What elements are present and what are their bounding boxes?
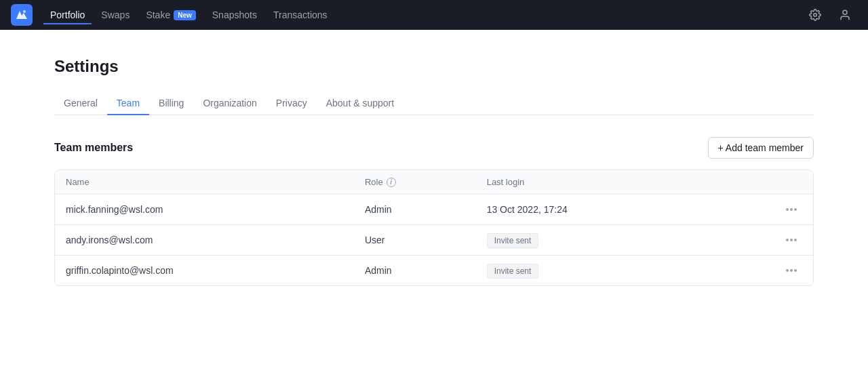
table-header: Name Role i Last login xyxy=(55,170,813,195)
add-team-member-button[interactable]: + Add team member xyxy=(708,137,814,159)
nav-item-snapshots[interactable]: Snapshots xyxy=(205,5,264,24)
tab-billing[interactable]: Billing xyxy=(149,92,193,115)
table-row: griffin.colapinto@wsl.comAdminInvite sen… xyxy=(55,256,813,286)
member-actions xyxy=(713,256,813,286)
table-row: andy.irons@wsl.comUserInvite sent xyxy=(55,225,813,256)
col-header-role: Role i xyxy=(354,170,476,195)
member-role: Admin xyxy=(354,256,476,286)
member-role: User xyxy=(354,225,476,256)
member-name: andy.irons@wsl.com xyxy=(55,225,354,256)
member-last-login: Invite sent xyxy=(476,225,713,256)
invite-sent-badge: Invite sent xyxy=(487,233,539,248)
tab-about[interactable]: About & support xyxy=(317,92,403,115)
navbar-right xyxy=(803,3,857,27)
member-role: Admin xyxy=(354,195,476,225)
svg-rect-0 xyxy=(11,4,33,26)
team-title: Team members xyxy=(54,142,133,154)
settings-tabs: General Team Billing Organization Privac… xyxy=(54,92,814,115)
main-content: Settings General Team Billing Organizati… xyxy=(0,30,868,383)
app-logo[interactable] xyxy=(11,4,33,26)
invite-sent-badge: Invite sent xyxy=(487,264,539,279)
role-info-icon[interactable]: i xyxy=(387,178,396,187)
tab-privacy[interactable]: Privacy xyxy=(267,92,317,115)
member-last-login: 13 Oct 2022, 17:24 xyxy=(476,195,713,225)
col-header-name: Name xyxy=(55,170,354,195)
page-title: Settings xyxy=(54,57,814,76)
tab-organization[interactable]: Organization xyxy=(193,92,266,115)
nav-item-transactions[interactable]: Transactions xyxy=(267,5,334,24)
tab-general[interactable]: General xyxy=(54,92,107,115)
tab-team[interactable]: Team xyxy=(107,92,149,115)
settings-icon-btn[interactable] xyxy=(803,3,827,27)
svg-point-2 xyxy=(814,14,817,17)
more-options-button[interactable] xyxy=(781,205,802,214)
nav-item-stake[interactable]: Stake New xyxy=(139,5,202,24)
svg-point-3 xyxy=(843,10,847,14)
table-row: mick.fanning@wsl.comAdmin13 Oct 2022, 17… xyxy=(55,195,813,225)
member-name: mick.fanning@wsl.com xyxy=(55,195,354,225)
members-table: Name Role i Last login mick.fa xyxy=(55,170,813,285)
new-badge: New xyxy=(174,10,196,20)
member-last-login: Invite sent xyxy=(476,256,713,286)
nav-item-portfolio[interactable]: Portfolio xyxy=(43,5,92,24)
col-header-actions xyxy=(713,170,813,195)
members-tbody: mick.fanning@wsl.comAdmin13 Oct 2022, 17… xyxy=(55,195,813,286)
more-options-button[interactable] xyxy=(781,266,802,275)
member-actions xyxy=(713,195,813,225)
member-name: griffin.colapinto@wsl.com xyxy=(55,256,354,286)
navbar: Portfolio Swaps Stake New Snapshots Tran… xyxy=(0,0,868,30)
team-header: Team members + Add team member xyxy=(54,137,814,159)
nav-item-swaps[interactable]: Swaps xyxy=(94,5,136,24)
col-header-last-login: Last login xyxy=(476,170,713,195)
more-options-button[interactable] xyxy=(781,236,802,244)
user-icon-btn[interactable] xyxy=(833,3,857,27)
member-actions xyxy=(713,225,813,256)
members-table-wrapper: Name Role i Last login mick.fa xyxy=(54,169,814,286)
svg-point-1 xyxy=(23,10,26,13)
